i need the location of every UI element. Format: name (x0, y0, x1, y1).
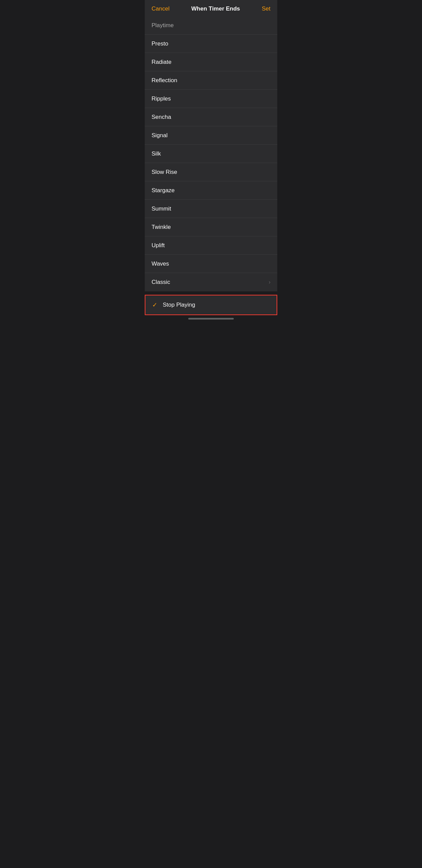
list-item-twinkle[interactable]: Twinkle (145, 218, 277, 236)
list-item-label-sencha: Sencha (152, 114, 270, 121)
list-item-classic[interactable]: Classic› (145, 273, 277, 291)
checkmark-icon: ✓ (152, 301, 157, 309)
home-indicator-bar (188, 318, 234, 320)
list-item-label-presto: Presto (152, 40, 270, 47)
stop-playing-item[interactable]: ✓ Stop Playing (145, 295, 277, 315)
list-item-label-reflection: Reflection (152, 77, 270, 84)
list-item-waves[interactable]: Waves (145, 255, 277, 273)
list-item-label-playtime: Playtime (152, 22, 270, 29)
list-item-label-radiate: Radiate (152, 59, 270, 66)
chevron-right-icon: › (269, 279, 270, 285)
home-indicator-area (145, 315, 277, 326)
list-item-label-uplift: Uplift (152, 242, 270, 249)
list-item-ripples[interactable]: Ripples (145, 90, 277, 108)
list-item-uplift[interactable]: Uplift (145, 236, 277, 255)
list-item-label-summit: Summit (152, 205, 270, 212)
cancel-button[interactable]: Cancel (152, 5, 170, 12)
page-title: When Timer Ends (191, 5, 240, 12)
list-item-sencha[interactable]: Sencha (145, 108, 277, 126)
list-item-summit[interactable]: Summit (145, 200, 277, 218)
list-item-label-classic: Classic (152, 279, 266, 286)
list-item-label-waves: Waves (152, 260, 270, 267)
timer-sounds-list: PlaytimePrestoRadiateReflectionRipplesSe… (145, 16, 277, 291)
list-item-label-signal: Signal (152, 132, 270, 139)
list-item-reflection[interactable]: Reflection (145, 71, 277, 90)
list-item-playtime[interactable]: Playtime (145, 16, 277, 35)
navigation-bar: Cancel When Timer Ends Set (145, 0, 277, 16)
list-item-label-ripples: Ripples (152, 95, 270, 102)
list-item-label-silk: Silk (152, 150, 270, 157)
stop-playing-section: ✓ Stop Playing (145, 295, 277, 315)
list-item-stargaze[interactable]: Stargaze (145, 181, 277, 200)
list-item-signal[interactable]: Signal (145, 126, 277, 145)
stop-playing-label: Stop Playing (163, 302, 195, 308)
set-button[interactable]: Set (262, 5, 270, 12)
list-item-label-stargaze: Stargaze (152, 187, 270, 194)
list-item-silk[interactable]: Silk (145, 145, 277, 163)
list-item-presto[interactable]: Presto (145, 35, 277, 53)
list-item-label-twinkle: Twinkle (152, 224, 270, 231)
list-item-label-slow-rise: Slow Rise (152, 169, 270, 176)
list-item-radiate[interactable]: Radiate (145, 53, 277, 71)
list-item-slow-rise[interactable]: Slow Rise (145, 163, 277, 181)
